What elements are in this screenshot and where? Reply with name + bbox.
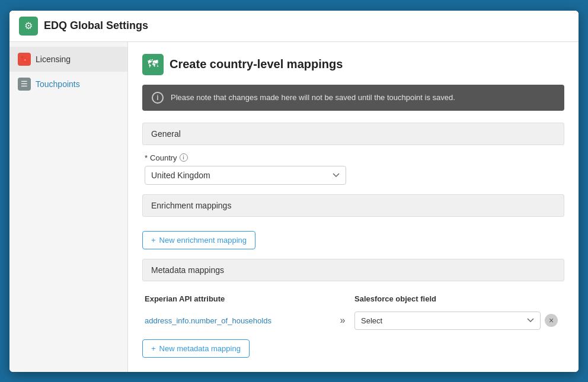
country-form-group: * Country i United Kingdom United States…	[142, 153, 564, 185]
mapping-table-header: Experian API attribute Salesforce object…	[142, 290, 564, 308]
col-sf-header: Salesforce object field	[354, 294, 541, 303]
sidebar-label-touchpoints: Touchpoints	[36, 79, 80, 89]
app-title: EDQ Global Settings	[44, 20, 148, 32]
metadata-section: Metadata mappings Experian API attribute…	[142, 259, 564, 358]
api-attribute-link[interactable]: address_info.number_of_households	[145, 316, 331, 325]
add-enrichment-mapping-button[interactable]: + New enrichment mapping	[142, 231, 255, 249]
col-api-header: Experian API attribute	[145, 294, 331, 303]
page-header-icon: 🗺	[142, 54, 164, 75]
add-metadata-icon: +	[151, 344, 156, 353]
add-enrichment-icon: +	[151, 236, 156, 245]
country-select[interactable]: United Kingdom United States Canada Aust…	[145, 166, 346, 185]
general-section-header: General	[142, 123, 564, 145]
touchpoints-icon: ☰	[18, 78, 31, 91]
enrichment-section-header: Enrichment mappings	[142, 194, 564, 217]
info-banner: i Please note that changes made here wil…	[142, 85, 564, 111]
sf-select-wrapper: Select	[354, 312, 541, 330]
delete-mapping-area: ×	[541, 314, 562, 327]
main-layout: 🔖 Licensing ☰ Touchpoints 🗺 Create count…	[9, 42, 579, 372]
add-metadata-label: New metadata mapping	[159, 344, 241, 353]
licensing-icon: 🔖	[18, 53, 31, 66]
delete-mapping-button[interactable]: ×	[545, 314, 558, 327]
info-banner-text: Please note that changes made here will …	[171, 93, 455, 102]
add-metadata-mapping-button[interactable]: + New metadata mapping	[142, 339, 250, 358]
country-select-wrapper: United Kingdom United States Canada Aust…	[145, 166, 346, 185]
app-icon: ⚙	[19, 17, 38, 36]
add-enrichment-label: New enrichment mapping	[159, 236, 247, 245]
sidebar-item-touchpoints[interactable]: ☰ Touchpoints	[9, 72, 127, 97]
sidebar-item-licensing[interactable]: 🔖 Licensing	[9, 47, 127, 72]
mapping-row: address_info.number_of_households » Sele…	[142, 308, 564, 333]
content-area: 🗺 Create country-level mappings i Please…	[128, 42, 579, 372]
sidebar-label-licensing: Licensing	[36, 54, 71, 64]
footer-actions: Cancel Add country mappings	[142, 367, 564, 372]
info-icon: i	[152, 92, 164, 104]
page-header: 🗺 Create country-level mappings	[142, 54, 564, 75]
mapping-arrow-icon: »	[331, 315, 354, 326]
title-bar: ⚙ EDQ Global Settings	[9, 11, 579, 42]
metadata-section-header: Metadata mappings	[142, 259, 564, 281]
enrichment-section: Enrichment mappings + New enrichment map…	[142, 194, 564, 249]
page-title: Create country-level mappings	[170, 57, 343, 71]
country-info-icon[interactable]: i	[180, 153, 188, 162]
country-label: * Country i	[145, 153, 562, 162]
sidebar: 🔖 Licensing ☰ Touchpoints	[9, 42, 128, 372]
sf-object-field-select[interactable]: Select	[354, 312, 541, 330]
app-window: ⚙ EDQ Global Settings 🔖 Licensing ☰ Touc…	[9, 11, 579, 372]
